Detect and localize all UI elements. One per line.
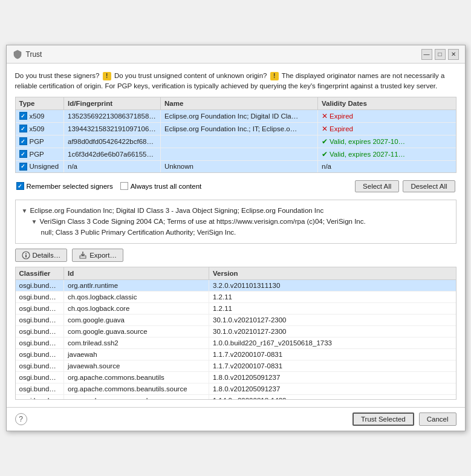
bundle-classifier: osgi.bund…	[16, 348, 64, 360]
dialog-body: Do you trust these signers? ! Do you tru…	[7, 64, 465, 407]
info-text: Do you trust these signers? ! Do you tru…	[15, 71, 456, 92]
maximize-button[interactable]: □	[435, 49, 446, 60]
close-button[interactable]: ✕	[448, 49, 459, 60]
row-controls-right: Select All Deselect All	[355, 180, 455, 192]
cancel-button[interactable]: Cancel	[419, 412, 456, 426]
help-button[interactable]: ?	[15, 413, 27, 425]
signer-type-cell: PGP	[16, 148, 64, 160]
remember-checkbox-label[interactable]: Remember selected signers	[16, 182, 113, 190]
details-button[interactable]: Details…	[15, 249, 68, 262]
info-part1: Do you trust these signers?	[15, 72, 100, 79]
signer-name-cell	[161, 135, 318, 148]
bundles-table-container[interactable]: Classifier Id Version osgi.bund…org.antl…	[15, 267, 456, 400]
cert-level3-text: null; Class 3 Public Primary Certificati…	[41, 227, 236, 238]
dialog-title: Trust	[26, 50, 42, 59]
bundle-id: org.apache.commons.beanutils.source	[64, 383, 209, 394]
bundle-version: 1.8.0.v201205091237	[209, 371, 456, 383]
bundle-row[interactable]: osgi.bund…javaewah.source1.1.7.v20200107…	[16, 360, 456, 371]
signer-id-cell: 1c6f3d42d6e6b07a66155…	[64, 148, 161, 160]
bundle-classifier: osgi.bund…	[16, 371, 64, 383]
bottom-bar: ? Trust Selected Cancel	[7, 407, 465, 431]
col-header-version: Version	[209, 267, 456, 280]
bundle-row[interactable]: osgi.bund…ch.qos.logback.classic1.2.11	[16, 291, 456, 302]
cross-icon: ✕	[322, 125, 328, 132]
action-row: Details… Export…	[15, 249, 456, 262]
shield-icon	[13, 50, 22, 59]
signer-validity-cell: ✔Valid, expires 2027-11…	[318, 148, 456, 160]
bundle-version: 3.2.0.v201101311130	[209, 279, 456, 291]
col-header-type: Type	[16, 97, 64, 110]
cert-tree: ▼ Eclipse.org Foundation Inc; Digital ID…	[15, 200, 456, 244]
signer-checkbox[interactable]	[19, 125, 27, 132]
check-valid-icon: ✔	[322, 138, 328, 145]
remember-checkbox[interactable]	[16, 182, 24, 190]
minimize-button[interactable]: —	[421, 49, 432, 60]
select-all-button[interactable]: Select All	[355, 180, 399, 192]
signer-type-cell: x509	[16, 109, 64, 122]
bundle-row[interactable]: osgi.bund…org.apache.commons.beanutils1.…	[16, 371, 456, 383]
validity-text: Expired	[330, 112, 353, 120]
cert-level2-text: VeriSign Class 3 Code Signing 2004 CA; T…	[39, 216, 365, 227]
signer-row[interactable]: PGPaf98d0dfd05426422bcf68…✔Valid, expire…	[16, 135, 456, 148]
signer-type-cell: PGP	[16, 135, 64, 148]
tree-arrow-2: ▼	[31, 217, 37, 227]
signer-type: x509	[30, 125, 45, 132]
bundle-id: javaewah	[64, 348, 209, 360]
info-part2: Do you trust unsigned content of unknown…	[114, 72, 267, 79]
signer-row[interactable]: PGP1c6f3d42d6e6b07a66155…✔Valid, expires…	[16, 148, 456, 160]
bundle-row[interactable]: osgi.bund…com.google.guava30.1.0.v202101…	[16, 314, 456, 325]
bundle-row[interactable]: osgi.bund…ch.qos.logback.core1.2.11	[16, 302, 456, 314]
tree-arrow-1: ▼	[22, 206, 28, 216]
bundle-id: com.google.guava	[64, 314, 209, 325]
signer-checkbox[interactable]	[19, 112, 27, 120]
signer-type: PGP	[30, 151, 44, 158]
signer-validity-cell: ✕Expired	[318, 122, 456, 135]
bundle-id: org.apache.commons.beanutils	[64, 371, 209, 383]
bundle-id: org.antlr.runtime	[64, 279, 209, 291]
always-trust-checkbox-label[interactable]: Always trust all content	[120, 182, 202, 190]
title-bar-left: Trust	[13, 50, 42, 59]
signer-checkbox[interactable]	[19, 137, 27, 145]
bundle-classifier: osgi.bund…	[16, 325, 64, 337]
signer-type: PGP	[30, 138, 44, 145]
bundle-version: 1.0.0.build220_r167_v20150618_1733	[209, 337, 456, 348]
bundle-classifier: osgi.bund…	[16, 383, 64, 394]
bundle-row[interactable]: osgi.bund…com.google.guava.source30.1.0.…	[16, 325, 456, 337]
signer-type: x509	[30, 112, 45, 120]
bundle-row[interactable]: osgi.bund…com.trilead.ssh21.0.0.build220…	[16, 337, 456, 348]
signer-id-cell: 135235692213086371858…	[64, 109, 161, 122]
bundle-row[interactable]: osgi.bund…org.antlr.runtime3.2.0.v201101…	[16, 279, 456, 291]
bundle-row[interactable]: osgi.bund…javaewah1.1.7.v20200107-0831	[16, 348, 456, 360]
bundle-classifier: osgi.bund…	[16, 360, 64, 371]
col-header-classifier: Classifier	[16, 267, 64, 280]
bundle-id: javaewah.source	[64, 360, 209, 371]
deselect-all-button[interactable]: Deselect All	[403, 180, 455, 192]
signer-id-cell: af98d0dfd05426422bcf68…	[64, 135, 161, 148]
help-icon-text: ?	[19, 415, 23, 423]
signer-checkbox[interactable]	[19, 150, 27, 158]
bundle-row[interactable]: osgi.bund…org.apache.commons.beanutils.s…	[16, 383, 456, 394]
bundle-id: com.google.guava.source	[64, 325, 209, 337]
remember-label: Remember selected signers	[27, 183, 113, 190]
always-trust-checkbox[interactable]	[120, 182, 128, 190]
trust-selected-button[interactable]: Trust Selected	[352, 412, 414, 426]
export-button[interactable]: Export…	[72, 249, 123, 262]
bundle-version: 1.2.11	[209, 291, 456, 302]
signer-type: Unsigned	[30, 163, 59, 170]
bundle-classifier: osgi.bund…	[16, 314, 64, 325]
signer-row[interactable]: x509139443215832191097106…Eclipse.org Fo…	[16, 122, 456, 135]
signer-row[interactable]: Unsignedn/aUnknownn/a	[16, 160, 456, 172]
signer-checkbox[interactable]	[19, 163, 27, 171]
col-header-name: Name	[161, 97, 318, 110]
bundle-row[interactable]: osgi.bund…org.apache.commons.codec1.14.0…	[16, 394, 456, 400]
export-icon	[79, 251, 87, 259]
signer-row[interactable]: x509135235692213086371858…Eclipse.org Fo…	[16, 109, 456, 122]
svg-rect-2	[25, 255, 27, 257]
bundle-version: 1.8.0.v201205091237	[209, 383, 456, 394]
check-valid-icon: ✔	[322, 151, 328, 158]
bundle-version: 1.2.11	[209, 302, 456, 314]
signer-id-cell: n/a	[64, 160, 161, 172]
bundles-table: Classifier Id Version osgi.bund…org.antl…	[16, 267, 456, 400]
bundle-version: 30.1.0.v20210127-2300	[209, 325, 456, 337]
bundle-classifier: osgi.bund…	[16, 291, 64, 302]
